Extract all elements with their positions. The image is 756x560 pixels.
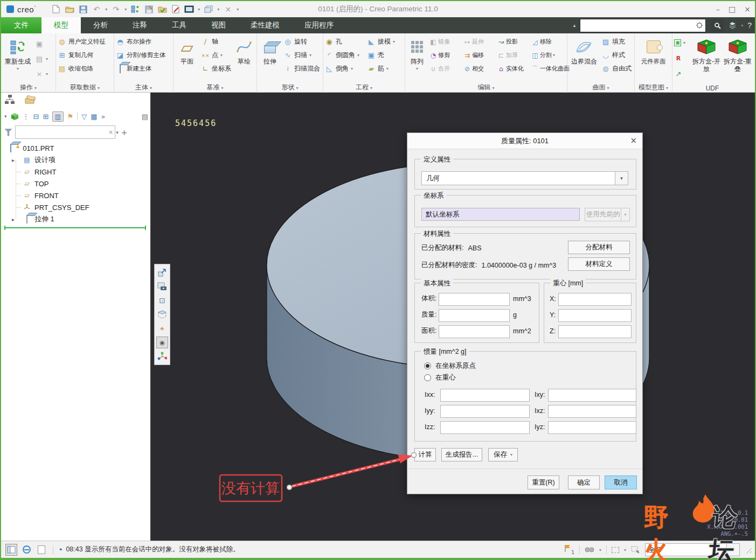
ixy-field[interactable]: [548, 389, 636, 402]
dialog-close-icon[interactable]: ×: [630, 136, 637, 145]
offset-button[interactable]: ⇉偏移: [463, 48, 497, 62]
generate-report-button[interactable]: 生成报告...: [441, 448, 482, 461]
merge-button[interactable]: ∪合并: [429, 62, 463, 75]
datum-display-icon[interactable]: ⌖: [156, 323, 168, 334]
csys-button[interactable]: ∟坐标系: [201, 62, 231, 75]
save-button[interactable]: [78, 4, 88, 14]
definition-properties-select[interactable]: 几何 ▾: [421, 171, 628, 185]
group-label-get-data[interactable]: 获取数据: [56, 83, 114, 92]
radio-at-cog[interactable]: 在重心: [424, 373, 456, 382]
show-columns-button[interactable]: ▥: [52, 111, 63, 122]
annotation-display-icon[interactable]: ◉: [156, 337, 168, 348]
extend-button[interactable]: ↦延伸: [463, 35, 497, 48]
tree-item-part[interactable]: ▲ 0101.PRT: [1, 142, 150, 154]
intersect-button[interactable]: ⊘相交: [463, 62, 497, 75]
tree-item-top-plane[interactable]: ▱ TOP: [1, 178, 150, 190]
view-normal-icon[interactable]: ⊡: [156, 295, 168, 306]
delete-button[interactable]: ×▾: [35, 67, 48, 81]
tree-item-front-plane[interactable]: ▱ FRONT: [1, 190, 150, 201]
radio-at-origin[interactable]: 在坐标系原点: [424, 361, 476, 370]
split-button[interactable]: ◫分割▾: [531, 48, 565, 62]
new-body-button[interactable]: 新建主体: [116, 62, 165, 75]
command-search-input[interactable]: [580, 19, 706, 32]
sketch-button[interactable]: 草绘: [233, 35, 255, 82]
spin-center-icon[interactable]: [156, 351, 168, 362]
paste-button[interactable]: ▤▾: [35, 52, 48, 66]
compute-button[interactable]: 计算: [414, 448, 436, 461]
iyz-field[interactable]: [548, 421, 636, 434]
help-button[interactable]: ?: [747, 21, 752, 30]
cog-z-field[interactable]: [558, 325, 632, 338]
redo-dropdown[interactable]: ▾: [124, 7, 127, 12]
extrude-button[interactable]: 拉伸: [259, 35, 281, 82]
split-trim-body-button[interactable]: ◪分割/修剪主体: [116, 48, 165, 62]
saved-views-icon[interactable]: [156, 281, 168, 292]
freestyle-button[interactable]: ◍自由式: [601, 62, 632, 75]
undo-dropdown[interactable]: ▾: [105, 7, 107, 12]
maximize-button[interactable]: □: [729, 5, 736, 13]
new-file-button[interactable]: [51, 4, 61, 14]
tab-tools[interactable]: 工具: [159, 17, 199, 33]
udf-placement-button[interactable]: ▣▾: [674, 36, 690, 50]
collapse-ribbon-button[interactable]: ▴: [573, 23, 576, 28]
find-dropdown[interactable]: ▾: [599, 548, 601, 552]
new-doc-button[interactable]: [36, 544, 47, 556]
shell-button[interactable]: ▣壳: [367, 48, 395, 62]
copy-button[interactable]: ▣: [35, 37, 48, 51]
use-previous-dropdown[interactable]: ▾: [621, 208, 630, 221]
more-tools-button[interactable]: »: [101, 113, 106, 121]
display-style-icon[interactable]: [156, 309, 168, 320]
close-window-file-button[interactable]: [157, 4, 167, 14]
model-display-dropdown[interactable]: ▾: [198, 7, 200, 12]
notifications-flag-icon[interactable]: 1: [564, 544, 574, 555]
sweep-blend-button[interactable]: ≀扫描混合: [283, 62, 320, 75]
regenerate-button[interactable]: 重新生成 ▾: [3, 35, 33, 82]
tree-splitter-handle[interactable]: [4, 227, 146, 228]
group-label-engineering[interactable]: 工程: [323, 83, 405, 92]
select-geometry-icon[interactable]: [631, 546, 640, 554]
active-model-icon[interactable]: [11, 113, 19, 121]
izz-field[interactable]: [440, 421, 530, 434]
group-label-shapes[interactable]: 形状: [257, 83, 323, 92]
tree-item-csys[interactable]: PRT_CSYS_DEF: [1, 201, 150, 213]
regenerate-quick-button[interactable]: [130, 4, 140, 14]
volume-field[interactable]: [439, 293, 510, 306]
save-dropdown-button[interactable]: 保存▾: [488, 448, 518, 461]
udf-reference-button[interactable]: R: [674, 52, 690, 65]
resize-grip[interactable]: [745, 547, 752, 554]
chamfer-button[interactable]: ◺倒角▾: [325, 62, 365, 75]
tab-model[interactable]: 模型: [41, 17, 81, 33]
tree-filter-button[interactable]: ▽: [81, 113, 87, 121]
save-as-button[interactable]: [144, 4, 154, 14]
erase-not-displayed-button[interactable]: [171, 4, 181, 14]
refit-icon[interactable]: [156, 267, 168, 278]
undo-button[interactable]: ↶: [92, 4, 101, 14]
redo-button[interactable]: ↷: [111, 4, 121, 14]
tree-item-design-items[interactable]: ▸ ▤ 设计项: [1, 154, 150, 166]
windows-button[interactable]: [204, 4, 213, 14]
bookmark-button[interactable]: ⚑: [67, 113, 74, 121]
cog-x-field[interactable]: [558, 293, 632, 306]
ixz-field[interactable]: [548, 405, 636, 418]
rib-button[interactable]: ▰筋▾: [367, 62, 395, 75]
group-label-datum[interactable]: 基准: [174, 83, 256, 92]
folder-browser-tab[interactable]: [25, 95, 37, 104]
favorites-stack-icon[interactable]: [729, 22, 737, 29]
select-box-icon[interactable]: [612, 547, 619, 553]
tab-analysis[interactable]: 分析: [81, 17, 120, 33]
expand-tree-button[interactable]: ⊟: [33, 113, 39, 121]
group-label-body[interactable]: 主体: [114, 83, 173, 92]
cog-y-field[interactable]: [558, 309, 632, 322]
expander-icon[interactable]: ▸: [12, 157, 18, 163]
mass-field[interactable]: [439, 309, 510, 322]
mirror-button[interactable]: ◧镜像: [429, 35, 463, 48]
kebab-icon[interactable]: ⋮: [23, 113, 30, 121]
hole-button[interactable]: ◉孔: [325, 35, 365, 48]
thicken-button[interactable]: ⊏加厚: [497, 48, 531, 62]
user-defined-feature-button[interactable]: ◍用户定义特征: [58, 35, 106, 48]
tree-item-right-plane[interactable]: ▱ RIGHT: [1, 166, 150, 178]
unite-surface-button[interactable]: ⌒一体化曲面: [531, 62, 565, 75]
tree-options-dropdown[interactable]: ▾: [4, 114, 7, 119]
tree-item-extrude[interactable]: ▸ 拉伸 1: [1, 213, 150, 225]
boundary-blend-button[interactable]: 边界混合: [569, 35, 599, 82]
